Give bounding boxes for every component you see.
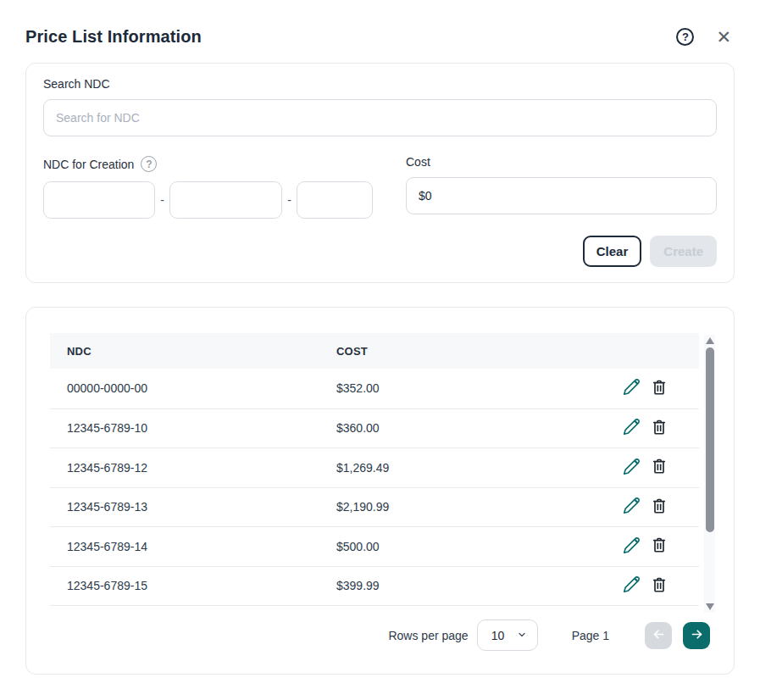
table-footer: Rows per page 10 Page 1 [50,619,710,651]
page-title: Price List Information [25,27,202,47]
column-header-ndc: NDC [67,345,336,358]
ndc-cell: 12345-6789-12 [67,461,336,475]
edit-pencil-icon [623,536,641,557]
ndc-separator: - [155,193,169,207]
table-row: 12345-6789-13 $2,190.99 [50,487,699,527]
cost-cell: $1,269.49 [336,461,621,475]
table-row: 12345-6789-12 $1,269.49 [50,447,699,487]
vertical-scrollbar[interactable] [704,335,715,613]
cost-group: Cost [406,155,717,219]
table-body: 00000-0000-00 $352.00 12345-6789-10 $360… [50,369,699,605]
ndc-separator: - [282,193,297,207]
table-row: 12345-6789-15 $399.99 [50,566,699,606]
delete-trash-icon [651,419,668,438]
header-icons: ? ✕ [676,28,735,46]
delete-trash-icon [651,576,668,596]
delete-trash-icon [651,536,668,556]
cost-cell: $399.99 [336,579,621,592]
scrollbar-thumb[interactable] [706,347,714,532]
edit-button[interactable] [621,376,642,400]
price-list-table-card: NDC COST 00000-0000-00 $352.00 12345-678… [25,307,735,675]
page-indicator: Page 1 [572,629,609,642]
ndc-segment-3-input[interactable] [297,181,373,219]
table-row: 00000-0000-00 $352.00 [50,369,699,408]
create-button: Create [650,236,717,267]
delete-button[interactable] [649,456,669,479]
next-page-button[interactable] [683,622,710,649]
ndc-cell: 12345-6789-10 [67,421,336,435]
rows-per-page-value: 10 [491,629,505,642]
ndc-cell: 00000-0000-00 [67,381,336,395]
search-create-card: Search NDC NDC for Creation ? - - Cost [25,63,735,283]
ndc-creation-label: NDC for Creation [43,158,134,171]
delete-trash-icon [651,497,668,517]
scroll-down-arrow-icon[interactable] [706,603,714,610]
edit-button[interactable] [621,574,642,597]
column-header-cost: COST [336,345,621,358]
help-icon[interactable]: ? [676,28,694,46]
rows-per-page-select[interactable]: 10 [477,619,538,651]
ndc-creation-group: NDC for Creation ? - - [43,155,389,219]
edit-pencil-icon [623,378,641,398]
ndc-cell: 12345-6789-15 [67,579,336,592]
rows-per-page-label: Rows per page [388,629,468,642]
clear-button[interactable]: Clear [583,236,642,267]
table-scroll-area: NDC COST 00000-0000-00 $352.00 12345-678… [50,333,699,606]
close-icon[interactable]: ✕ [716,28,731,46]
ndc-creation-help-icon[interactable]: ? [141,156,157,172]
cost-cell: $500.00 [336,540,621,553]
table-row: 12345-6789-14 $500.00 [50,526,699,566]
table-header-row: NDC COST [50,333,699,369]
cost-cell: $352.00 [336,381,621,395]
cost-cell: $2,190.99 [336,500,621,514]
edit-pencil-icon [623,575,641,596]
delete-button[interactable] [649,496,669,519]
ndc-cell: 12345-6789-13 [67,500,336,514]
delete-button[interactable] [649,575,669,597]
chevron-down-icon [517,629,527,642]
arrow-right-icon [690,627,704,644]
edit-pencil-icon [623,418,641,438]
edit-button[interactable] [621,416,642,440]
price-list-modal: Price List Information ? ✕ Search NDC ND… [0,0,760,700]
search-ndc-input[interactable] [43,99,717,136]
table-row: 12345-6789-10 $360.00 [50,408,699,448]
cost-label: Cost [406,155,717,169]
search-ndc-label: Search NDC [43,77,717,91]
cost-cell: $360.00 [336,421,621,435]
edit-pencil-icon [623,458,641,478]
delete-button[interactable] [649,535,669,558]
ndc-segment-2-input[interactable] [169,181,282,219]
cost-input[interactable] [406,177,717,214]
edit-button[interactable] [621,456,642,480]
table-wrap: NDC COST 00000-0000-00 $352.00 12345-678… [50,333,710,606]
delete-trash-icon [651,379,668,398]
ndc-cell: 12345-6789-14 [67,540,336,553]
scroll-up-arrow-icon[interactable] [706,337,714,344]
delete-button[interactable] [649,417,669,440]
previous-page-button [645,622,672,649]
modal-header: Price List Information ? ✕ [25,24,735,49]
edit-button[interactable] [621,495,642,519]
edit-button[interactable] [621,535,642,558]
edit-pencil-icon [623,497,641,517]
arrow-left-icon [652,627,666,644]
ndc-segment-1-input[interactable] [43,181,155,219]
delete-button[interactable] [649,377,669,400]
delete-trash-icon [651,458,668,477]
